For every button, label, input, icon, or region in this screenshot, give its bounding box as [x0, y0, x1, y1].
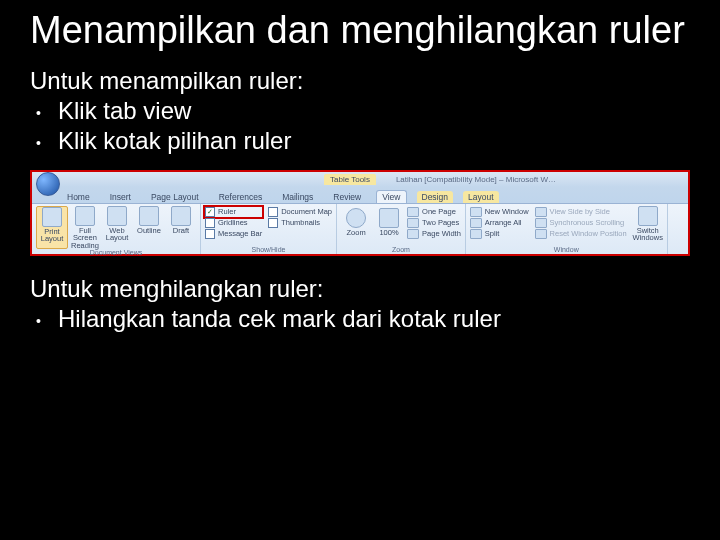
document-map-label: Document Map	[281, 207, 332, 216]
reset-window-icon	[535, 229, 547, 239]
hundred-percent-label: 100%	[379, 229, 398, 237]
message-bar-label: Message Bar	[218, 229, 262, 238]
switch-windows-label: Switch Windows	[633, 227, 663, 242]
tab-view[interactable]: View	[376, 190, 406, 203]
ribbon-screenshot: Table Tools Latihan [Compatibility Mode]…	[30, 170, 690, 256]
show-bullet-1: Klik tab view	[30, 96, 690, 126]
one-page-icon	[407, 207, 419, 217]
checkbox-icon	[205, 218, 215, 228]
show-section: Untuk menampilkan ruler: Klik tab view K…	[30, 66, 690, 156]
outline-button[interactable]: Outline	[134, 206, 164, 250]
hide-bullet-1: Hilangkan tanda cek mark dari kotak rule…	[30, 304, 690, 334]
switch-windows-icon	[638, 206, 658, 226]
reset-window-position-button[interactable]: Reset Window Position	[535, 229, 627, 239]
group-label-show-hide: Show/Hide	[205, 246, 332, 253]
group-label-document-views: Document Views	[36, 249, 196, 256]
group-show-hide: ✓Ruler Gridlines Message Bar Document Ma…	[201, 204, 337, 254]
tab-page-layout[interactable]: Page Layout	[146, 191, 204, 203]
checkbox-icon	[268, 207, 278, 217]
tab-layout[interactable]: Layout	[463, 191, 499, 203]
tab-design[interactable]: Design	[417, 191, 453, 203]
new-window-icon	[470, 207, 482, 217]
group-window: New Window Arrange All Split View Side b…	[466, 204, 668, 254]
split-icon	[470, 229, 482, 239]
hundred-percent-icon	[379, 208, 399, 228]
switch-windows-button[interactable]: Switch Windows	[633, 206, 663, 242]
side-by-side-icon	[535, 207, 547, 217]
web-layout-icon	[107, 206, 127, 226]
split-label: Split	[485, 229, 500, 238]
page-width-label: Page Width	[422, 229, 461, 238]
full-screen-label: Full Screen Reading	[70, 227, 100, 250]
hundred-percent-button[interactable]: 100%	[374, 208, 404, 237]
page-width-button[interactable]: Page Width	[407, 229, 461, 239]
web-layout-label: Web Layout	[102, 227, 132, 242]
zoom-button[interactable]: Zoom	[341, 208, 371, 237]
two-pages-label: Two Pages	[422, 218, 459, 227]
gridlines-checkbox[interactable]: Gridlines	[205, 218, 262, 228]
outline-label: Outline	[137, 227, 161, 235]
tab-references[interactable]: References	[214, 191, 267, 203]
tab-mailings[interactable]: Mailings	[277, 191, 318, 203]
arrange-all-button[interactable]: Arrange All	[470, 218, 529, 228]
new-window-label: New Window	[485, 207, 529, 216]
checkbox-icon	[268, 218, 278, 228]
print-layout-icon	[42, 207, 62, 227]
title-bar: Table Tools Latihan [Compatibility Mode]…	[32, 172, 688, 187]
ribbon-body: Print Layout Full Screen Reading Web Lay…	[32, 203, 688, 254]
draft-icon	[171, 206, 191, 226]
synchronous-scrolling-button[interactable]: Synchronous Scrolling	[535, 218, 627, 228]
group-document-views: Print Layout Full Screen Reading Web Lay…	[32, 204, 201, 254]
checkbox-icon	[205, 229, 215, 239]
two-pages-button[interactable]: Two Pages	[407, 218, 461, 228]
zoom-label: Zoom	[346, 229, 365, 237]
full-screen-icon	[75, 206, 95, 226]
ribbon-tabs: Home Insert Page Layout References Maili…	[32, 187, 688, 203]
gridlines-label: Gridlines	[218, 218, 248, 227]
contextual-tab-label: Table Tools	[324, 174, 376, 185]
document-map-checkbox[interactable]: Document Map	[268, 207, 332, 217]
print-layout-label: Print Layout	[37, 228, 67, 243]
view-side-by-side-button[interactable]: View Side by Side	[535, 207, 627, 217]
outline-icon	[139, 206, 159, 226]
new-window-button[interactable]: New Window	[470, 207, 529, 217]
arrange-all-icon	[470, 218, 482, 228]
thumbnails-checkbox[interactable]: Thumbnails	[268, 218, 332, 228]
ruler-label: Ruler	[218, 207, 236, 216]
two-pages-icon	[407, 218, 419, 228]
page-width-icon	[407, 229, 419, 239]
group-label-zoom: Zoom	[341, 246, 461, 253]
side-by-side-label: View Side by Side	[550, 207, 610, 216]
ruler-checkbox[interactable]: ✓Ruler	[205, 207, 262, 217]
tab-review[interactable]: Review	[328, 191, 366, 203]
draft-label: Draft	[173, 227, 189, 235]
thumbnails-label: Thumbnails	[281, 218, 320, 227]
arrange-all-label: Arrange All	[485, 218, 522, 227]
group-label-window: Window	[470, 246, 663, 253]
zoom-icon	[346, 208, 366, 228]
tab-home[interactable]: Home	[62, 191, 95, 203]
window-title: Latihan [Compatibility Mode] – Microsoft…	[396, 175, 556, 184]
one-page-button[interactable]: One Page	[407, 207, 461, 217]
reset-window-label: Reset Window Position	[550, 229, 627, 238]
web-layout-button[interactable]: Web Layout	[102, 206, 132, 250]
one-page-label: One Page	[422, 207, 456, 216]
hide-intro: Untuk menghilangkan ruler:	[30, 274, 690, 304]
sync-scroll-icon	[535, 218, 547, 228]
message-bar-checkbox[interactable]: Message Bar	[205, 229, 262, 239]
split-button[interactable]: Split	[470, 229, 529, 239]
print-layout-button[interactable]: Print Layout	[36, 206, 68, 250]
draft-button[interactable]: Draft	[166, 206, 196, 250]
hide-section: Untuk menghilangkan ruler: Hilangkan tan…	[30, 274, 690, 334]
checkbox-checked-icon: ✓	[205, 207, 215, 217]
tab-insert[interactable]: Insert	[105, 191, 136, 203]
full-screen-reading-button[interactable]: Full Screen Reading	[70, 206, 100, 250]
sync-scroll-label: Synchronous Scrolling	[550, 218, 625, 227]
show-intro: Untuk menampilkan ruler:	[30, 66, 690, 96]
group-zoom: Zoom 100% One Page Two Pages Page Width …	[337, 204, 466, 254]
show-bullet-2: Klik kotak pilihan ruler	[30, 126, 690, 156]
slide-title: Menampilkan dan menghilangkan ruler	[30, 10, 690, 52]
